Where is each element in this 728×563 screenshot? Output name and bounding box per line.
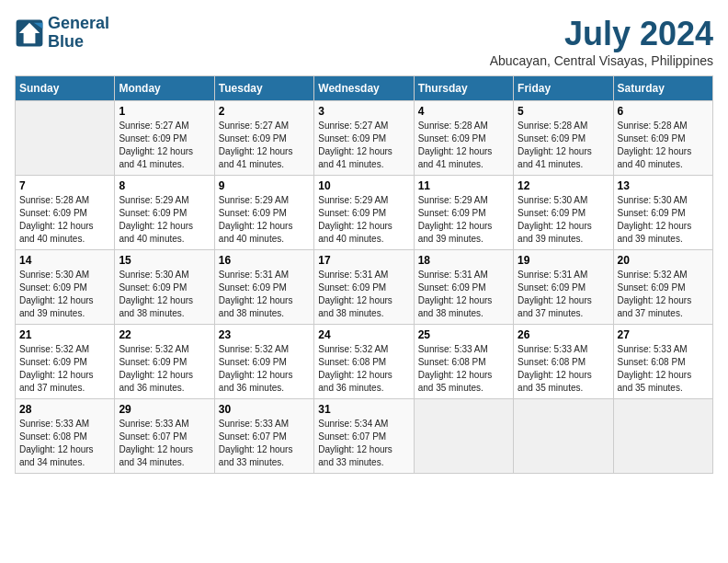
- day-number: 13: [618, 179, 709, 192]
- day-number: 20: [618, 254, 709, 267]
- calendar-table: SundayMondayTuesdayWednesdayThursdayFrid…: [15, 75, 713, 474]
- logo-line2: Blue: [48, 32, 84, 51]
- day-cell: 21Sunrise: 5:32 AM Sunset: 6:09 PM Dayli…: [16, 325, 115, 399]
- day-cell: 15Sunrise: 5:30 AM Sunset: 6:09 PM Dayli…: [115, 250, 214, 325]
- day-number: 10: [318, 179, 409, 192]
- day-info: Sunrise: 5:30 AM Sunset: 6:09 PM Dayligh…: [119, 269, 210, 320]
- day-cell: 4Sunrise: 5:28 AM Sunset: 6:09 PM Daylig…: [414, 101, 513, 176]
- day-number: 3: [318, 105, 409, 118]
- day-info: Sunrise: 5:34 AM Sunset: 6:07 PM Dayligh…: [318, 418, 409, 469]
- header-cell-thursday: Thursday: [414, 76, 513, 101]
- day-number: 28: [19, 403, 110, 416]
- header-cell-monday: Monday: [115, 76, 214, 101]
- day-info: Sunrise: 5:32 AM Sunset: 6:09 PM Dayligh…: [618, 269, 709, 320]
- day-cell: 5Sunrise: 5:28 AM Sunset: 6:09 PM Daylig…: [514, 101, 613, 176]
- day-cell: 22Sunrise: 5:32 AM Sunset: 6:09 PM Dayli…: [115, 325, 214, 399]
- day-cell: 19Sunrise: 5:31 AM Sunset: 6:09 PM Dayli…: [514, 250, 613, 325]
- week-row-5: 28Sunrise: 5:33 AM Sunset: 6:08 PM Dayli…: [16, 399, 713, 474]
- day-info: Sunrise: 5:32 AM Sunset: 6:09 PM Dayligh…: [19, 343, 110, 395]
- day-cell: 6Sunrise: 5:28 AM Sunset: 6:09 PM Daylig…: [613, 101, 712, 176]
- day-cell: 28Sunrise: 5:33 AM Sunset: 6:08 PM Dayli…: [16, 399, 115, 474]
- day-info: Sunrise: 5:33 AM Sunset: 6:08 PM Dayligh…: [418, 343, 509, 395]
- day-info: Sunrise: 5:30 AM Sunset: 6:09 PM Dayligh…: [618, 194, 709, 246]
- header-cell-friday: Friday: [514, 76, 613, 101]
- week-row-2: 7Sunrise: 5:28 AM Sunset: 6:09 PM Daylig…: [16, 176, 713, 250]
- day-info: Sunrise: 5:32 AM Sunset: 6:09 PM Dayligh…: [219, 343, 310, 395]
- day-number: 9: [219, 179, 310, 192]
- day-info: Sunrise: 5:28 AM Sunset: 6:09 PM Dayligh…: [518, 120, 609, 171]
- day-cell: 2Sunrise: 5:27 AM Sunset: 6:09 PM Daylig…: [214, 101, 313, 176]
- week-row-3: 14Sunrise: 5:30 AM Sunset: 6:09 PM Dayli…: [16, 250, 713, 325]
- day-info: Sunrise: 5:27 AM Sunset: 6:09 PM Dayligh…: [219, 120, 310, 171]
- day-number: 2: [219, 105, 310, 118]
- day-number: 19: [518, 254, 609, 267]
- day-cell: 24Sunrise: 5:32 AM Sunset: 6:08 PM Dayli…: [314, 325, 414, 399]
- day-info: Sunrise: 5:27 AM Sunset: 6:09 PM Dayligh…: [119, 120, 210, 171]
- day-info: Sunrise: 5:28 AM Sunset: 6:09 PM Dayligh…: [418, 120, 509, 171]
- logo-icon: [15, 18, 44, 48]
- day-number: 18: [418, 254, 509, 267]
- day-number: 1: [119, 105, 210, 118]
- day-info: Sunrise: 5:29 AM Sunset: 6:09 PM Dayligh…: [119, 194, 210, 246]
- header-row: SundayMondayTuesdayWednesdayThursdayFrid…: [16, 76, 713, 101]
- day-info: Sunrise: 5:33 AM Sunset: 6:08 PM Dayligh…: [618, 343, 709, 395]
- day-number: 14: [19, 254, 110, 267]
- day-info: Sunrise: 5:29 AM Sunset: 6:09 PM Dayligh…: [318, 194, 409, 246]
- day-cell: 13Sunrise: 5:30 AM Sunset: 6:09 PM Dayli…: [613, 176, 712, 250]
- day-info: Sunrise: 5:33 AM Sunset: 6:08 PM Dayligh…: [19, 418, 110, 469]
- day-info: Sunrise: 5:27 AM Sunset: 6:09 PM Dayligh…: [318, 120, 409, 171]
- day-cell: 31Sunrise: 5:34 AM Sunset: 6:07 PM Dayli…: [314, 399, 414, 474]
- day-number: 16: [219, 254, 310, 267]
- day-number: 12: [518, 179, 609, 192]
- day-cell: 14Sunrise: 5:30 AM Sunset: 6:09 PM Dayli…: [16, 250, 115, 325]
- header-cell-sunday: Sunday: [16, 76, 115, 101]
- day-info: Sunrise: 5:31 AM Sunset: 6:09 PM Dayligh…: [518, 269, 609, 320]
- logo-text: General Blue: [48, 15, 109, 52]
- day-info: Sunrise: 5:30 AM Sunset: 6:09 PM Dayligh…: [518, 194, 609, 246]
- day-cell: [514, 399, 613, 474]
- day-number: 26: [518, 328, 609, 341]
- day-number: 6: [618, 105, 709, 118]
- header-cell-tuesday: Tuesday: [214, 76, 313, 101]
- day-number: 22: [119, 328, 210, 341]
- day-cell: 18Sunrise: 5:31 AM Sunset: 6:09 PM Dayli…: [414, 250, 513, 325]
- day-cell: 10Sunrise: 5:29 AM Sunset: 6:09 PM Dayli…: [314, 176, 414, 250]
- day-cell: 12Sunrise: 5:30 AM Sunset: 6:09 PM Dayli…: [514, 176, 613, 250]
- day-info: Sunrise: 5:32 AM Sunset: 6:09 PM Dayligh…: [119, 343, 210, 395]
- day-number: 7: [19, 179, 110, 192]
- day-cell: [613, 399, 712, 474]
- day-cell: 8Sunrise: 5:29 AM Sunset: 6:09 PM Daylig…: [115, 176, 214, 250]
- day-cell: 11Sunrise: 5:29 AM Sunset: 6:09 PM Dayli…: [414, 176, 513, 250]
- day-number: 21: [19, 328, 110, 341]
- header-cell-wednesday: Wednesday: [314, 76, 414, 101]
- day-number: 25: [418, 328, 509, 341]
- day-cell: 29Sunrise: 5:33 AM Sunset: 6:07 PM Dayli…: [115, 399, 214, 474]
- day-info: Sunrise: 5:28 AM Sunset: 6:09 PM Dayligh…: [19, 194, 110, 246]
- day-cell: 17Sunrise: 5:31 AM Sunset: 6:09 PM Dayli…: [314, 250, 414, 325]
- day-cell: 26Sunrise: 5:33 AM Sunset: 6:08 PM Dayli…: [514, 325, 613, 399]
- day-info: Sunrise: 5:29 AM Sunset: 6:09 PM Dayligh…: [418, 194, 509, 246]
- day-number: 8: [119, 179, 210, 192]
- day-cell: 3Sunrise: 5:27 AM Sunset: 6:09 PM Daylig…: [314, 101, 414, 176]
- subtitle: Abucayan, Central Visayas, Philippines: [490, 53, 713, 68]
- day-number: 29: [119, 403, 210, 416]
- day-cell: 16Sunrise: 5:31 AM Sunset: 6:09 PM Dayli…: [214, 250, 313, 325]
- day-number: 31: [318, 403, 409, 416]
- day-number: 30: [219, 403, 310, 416]
- day-info: Sunrise: 5:31 AM Sunset: 6:09 PM Dayligh…: [219, 269, 310, 320]
- page-header: General Blue July 2024 Abucayan, Central…: [15, 15, 713, 68]
- day-number: 23: [219, 328, 310, 341]
- main-title: July 2024: [490, 15, 713, 53]
- day-cell: [16, 101, 115, 176]
- day-info: Sunrise: 5:33 AM Sunset: 6:07 PM Dayligh…: [219, 418, 310, 469]
- day-info: Sunrise: 5:29 AM Sunset: 6:09 PM Dayligh…: [219, 194, 310, 246]
- day-cell: 20Sunrise: 5:32 AM Sunset: 6:09 PM Dayli…: [613, 250, 712, 325]
- header-cell-saturday: Saturday: [613, 76, 712, 101]
- day-info: Sunrise: 5:28 AM Sunset: 6:09 PM Dayligh…: [618, 120, 709, 171]
- day-cell: 1Sunrise: 5:27 AM Sunset: 6:09 PM Daylig…: [115, 101, 214, 176]
- day-cell: 30Sunrise: 5:33 AM Sunset: 6:07 PM Dayli…: [214, 399, 313, 474]
- week-row-4: 21Sunrise: 5:32 AM Sunset: 6:09 PM Dayli…: [16, 325, 713, 399]
- day-info: Sunrise: 5:31 AM Sunset: 6:09 PM Dayligh…: [418, 269, 509, 320]
- day-info: Sunrise: 5:33 AM Sunset: 6:07 PM Dayligh…: [119, 418, 210, 469]
- day-info: Sunrise: 5:33 AM Sunset: 6:08 PM Dayligh…: [518, 343, 609, 395]
